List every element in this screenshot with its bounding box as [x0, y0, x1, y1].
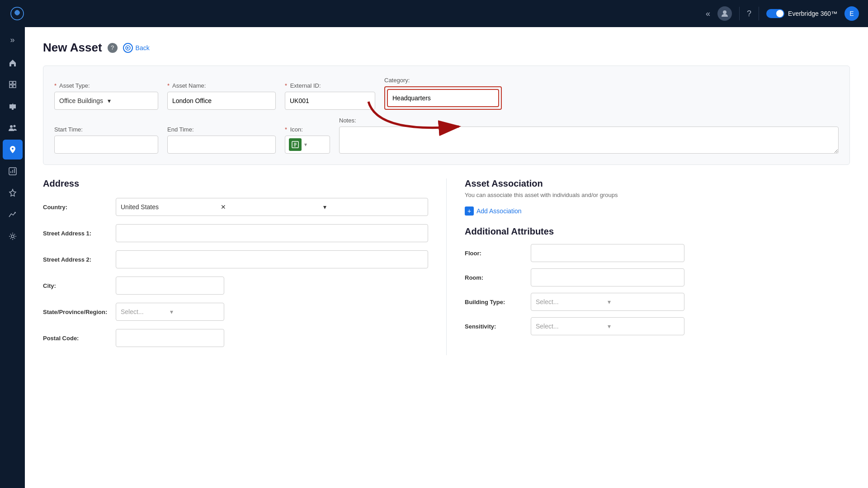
end-time-group: End Time: — [167, 126, 276, 154]
everbridge-toggle[interactable]: Everbridge 360™ — [766, 9, 837, 18]
sidebar-toggle[interactable]: » — [6, 32, 18, 48]
sidebar: » — [0, 27, 25, 488]
top-navigation: « ? Everbridge 360™ E — [0, 0, 868, 27]
address-section: Address Country: United States ✕ ▾ Stree… — [43, 178, 447, 355]
notes-textarea[interactable] — [339, 127, 839, 154]
asset-type-select[interactable]: Office Buildings ▾ — [54, 92, 158, 110]
asset-name-input[interactable] — [167, 92, 276, 110]
sidebar-item-home[interactable] — [3, 53, 23, 73]
additional-attributes-title: Additional Attributes — [465, 226, 850, 237]
start-time-input[interactable] — [54, 136, 158, 154]
room-input[interactable] — [531, 268, 684, 286]
sidebar-item-location[interactable] — [3, 140, 23, 160]
room-label: Room: — [465, 274, 524, 281]
nav-divider — [739, 7, 740, 20]
sensitivity-arrow-icon: ▾ — [608, 323, 679, 330]
asset-type-group: * Asset Type: Office Buildings ▾ — [54, 82, 158, 110]
notes-label: Notes: — [339, 117, 839, 124]
start-time-label: Start Time: — [54, 126, 158, 133]
svg-rect-1 — [9, 81, 12, 84]
sidebar-item-layers[interactable] — [3, 75, 23, 94]
sensitivity-placeholder: Select... — [536, 323, 608, 330]
floor-input[interactable] — [531, 244, 684, 262]
category-input[interactable] — [387, 89, 499, 107]
country-value: United States — [121, 203, 221, 211]
sensitivity-select[interactable]: Select... ▾ — [531, 317, 684, 335]
country-label: Country: — [43, 204, 108, 211]
app-icon[interactable]: E — [844, 6, 859, 21]
user-avatar[interactable] — [717, 6, 732, 21]
building-type-label: Building Type: — [465, 299, 524, 305]
nav-divider-2 — [759, 7, 759, 20]
help-icon[interactable]: ? — [747, 9, 751, 19]
main-content: New Asset ? Back * Asset Type: — [25, 27, 868, 488]
sensitivity-label: Sensitivity: — [465, 323, 524, 330]
plus-icon: + — [465, 206, 474, 216]
city-label: City: — [43, 282, 108, 289]
building-type-select[interactable]: Select... ▾ — [531, 293, 684, 311]
end-time-input[interactable] — [167, 136, 276, 154]
form-row-1: * Asset Type: Office Buildings ▾ * Asset… — [54, 77, 839, 110]
toggle-switch[interactable] — [766, 9, 784, 18]
external-id-input[interactable] — [285, 92, 375, 110]
postal-input[interactable] — [116, 329, 224, 347]
app-logo[interactable] — [9, 5, 25, 22]
add-association-label: Add Association — [476, 207, 522, 215]
icon-preview — [289, 138, 302, 151]
back-button[interactable]: Back — [123, 43, 150, 53]
icon-selector[interactable]: ▾ — [285, 136, 330, 154]
building-type-placeholder: Select... — [536, 298, 608, 305]
street1-label: Street Address 1: — [43, 230, 108, 237]
building-type-arrow-icon: ▾ — [608, 298, 679, 305]
collapse-icon[interactable]: « — [706, 9, 710, 19]
asset-type-label: * Asset Type: — [54, 82, 158, 89]
floor-label: Floor: — [465, 250, 524, 257]
topnav-right: « ? Everbridge 360™ E — [706, 6, 859, 21]
page-title: New Asset — [43, 41, 102, 55]
main-layout: » New Asset ? — [0, 27, 868, 488]
add-association-button[interactable]: + Add Association — [465, 206, 522, 216]
asset-name-required: * — [167, 82, 170, 89]
building-type-row: Building Type: Select... ▾ — [465, 293, 850, 311]
street1-input[interactable] — [116, 224, 428, 242]
page-help-icon[interactable]: ? — [108, 43, 118, 53]
two-column-section: Address Country: United States ✕ ▾ Stree… — [43, 178, 850, 355]
city-input[interactable] — [116, 277, 224, 295]
asset-assoc-title: Asset Association — [465, 178, 850, 189]
asset-name-group: * Asset Name: — [167, 82, 276, 110]
external-id-group: * External ID: — [285, 82, 375, 110]
sidebar-item-automation[interactable] — [3, 183, 23, 203]
category-label: Category: — [384, 77, 502, 84]
state-placeholder: Select... — [121, 308, 170, 315]
state-select[interactable]: Select... ▾ — [116, 303, 224, 321]
asset-form-card: * Asset Type: Office Buildings ▾ * Asset… — [43, 66, 850, 165]
toggle-label: Everbridge 360™ — [788, 10, 837, 17]
sidebar-item-analytics[interactable] — [3, 205, 23, 225]
postal-label: Postal Code: — [43, 335, 108, 342]
external-id-required: * — [285, 82, 287, 89]
street2-label: Street Address 2: — [43, 256, 108, 263]
svg-point-0 — [723, 10, 726, 14]
country-row: Country: United States ✕ ▾ — [43, 198, 428, 216]
svg-point-13 — [11, 235, 14, 238]
country-arrow-icon: ▾ — [323, 203, 423, 211]
icon-group: * Icon: ▾ — [285, 126, 330, 154]
sidebar-item-settings[interactable] — [3, 226, 23, 246]
sidebar-item-reporting[interactable] — [3, 161, 23, 181]
floor-row: Floor: — [465, 244, 850, 262]
asset-type-value: Office Buildings — [59, 97, 105, 104]
sidebar-item-contacts[interactable] — [3, 118, 23, 138]
category-group: Category: — [384, 77, 502, 110]
start-time-group: Start Time: — [54, 126, 158, 154]
sidebar-item-broadcast[interactable] — [3, 96, 23, 116]
country-select[interactable]: United States ✕ ▾ — [116, 198, 428, 216]
country-clear-icon[interactable]: ✕ — [221, 203, 321, 211]
svg-point-6 — [13, 125, 15, 127]
svg-point-5 — [10, 125, 13, 128]
svg-rect-4 — [13, 85, 16, 88]
icon-arrow-icon: ▾ — [304, 141, 307, 148]
street2-input[interactable] — [116, 250, 428, 268]
icon-required: * — [285, 126, 287, 133]
form-row-2: Start Time: End Time: * Icon: — [54, 117, 839, 154]
asset-type-arrow-icon: ▾ — [108, 97, 153, 104]
